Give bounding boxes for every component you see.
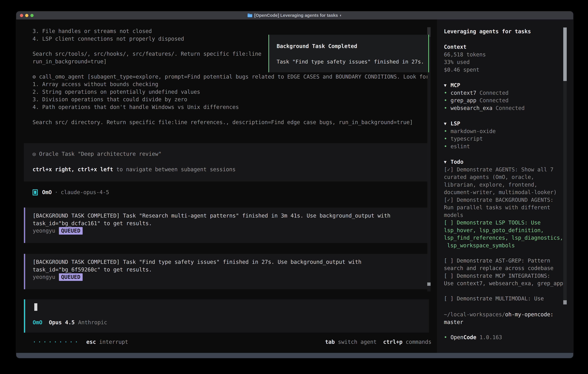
app-name: Open <box>451 334 463 341</box>
window-footer-bar <box>16 353 573 358</box>
app-version-row: • OpenCode 1.0.163 <box>444 334 567 341</box>
lsp-section: ▼ LSP • markdown-oxide • typescript • es… <box>444 120 567 150</box>
app-version-number: 1.0.163 <box>480 334 502 341</box>
todo-section-header[interactable]: ▼ Todo <box>444 158 567 166</box>
task-event-user: yeongyu <box>33 227 55 235</box>
mcp-item: • websearch_exa Connected <box>444 104 567 112</box>
mcp-item-status: Connected <box>480 89 508 97</box>
agent-name: OmO <box>42 189 52 196</box>
lsp-item-name: typescript <box>451 135 483 143</box>
agent-checkbox-icon <box>32 189 38 195</box>
context-spent: $0.46 spent <box>444 66 567 74</box>
task-event-meta-row: yeongyu QUEUED <box>33 227 83 235</box>
todo-heading: Todo <box>451 158 463 166</box>
mcp-item: • grep_app Connected <box>444 97 567 104</box>
todo-item: [ ] Demonstrate LSP TOOLS: Use lsp_hover… <box>444 219 567 249</box>
task-event-user: yeongyu <box>33 273 55 281</box>
mcp-item-name: grep_app <box>451 97 476 104</box>
status-dot-icon: • <box>444 135 451 143</box>
terminal-window: [OpenCode] Leveraging agents for tasks ◐… <box>16 11 573 358</box>
status-right: tab switch agent ctrl+p commands <box>325 338 431 346</box>
mcp-item-name: websearch_exa <box>451 104 493 112</box>
text-cursor <box>34 303 37 311</box>
sidebar-scrollbar-thumb-bottom[interactable] <box>563 300 567 304</box>
oracle-status-icon: ◎ <box>32 150 39 158</box>
task-event-message: [BACKGROUND TASK COMPLETED] Task "Resear… <box>33 212 416 227</box>
sidebar-scrollbar[interactable] <box>563 28 567 304</box>
minimize-button[interactable] <box>25 14 28 17</box>
input-model-name: Opus 4.5 <box>49 319 75 326</box>
status-badge: QUEUED <box>59 227 83 235</box>
status-dot-icon: • <box>444 334 451 341</box>
tool-call-text: call_omo_agent [subagent_type=explore, p… <box>39 73 429 81</box>
background-task-toast[interactable]: Background Task Completed Task "Find typ… <box>268 35 429 72</box>
close-button[interactable] <box>20 14 23 17</box>
separator-dot: · <box>55 189 58 196</box>
scrollback-text-block: Search src/tools/, src/hooks/, src/featu… <box>32 50 262 65</box>
todo-item: [ ] Demonstrate MCP INTEGRATIONS: Use co… <box>444 272 567 287</box>
lsp-item: • markdown-oxide <box>444 128 567 135</box>
context-tokens: 66,518 tokens <box>444 51 567 59</box>
context-section: Context 66,518 tokens 33% used $0.46 spe… <box>444 43 567 74</box>
oracle-task-box: ◎ Oracle Task "Deep architecture review"… <box>24 143 429 181</box>
sidebar: Leveraging agents for tasks Context 66,5… <box>437 20 573 353</box>
todo-section: ▼ Todo [✓] Demonstrate AGENTS: Show all … <box>444 158 567 302</box>
workspace-repo: oh-my-opencode: <box>505 311 553 318</box>
ctrlp-key-label: commands <box>406 338 431 346</box>
terminal-main: 3. File handles or streams not closed 4.… <box>16 20 437 353</box>
oracle-task-title-row: ◎ Oracle Task "Deep architecture review" <box>32 150 161 158</box>
status-bar: ········· esc interrupt tab switch agent… <box>16 338 437 346</box>
desktop-background: [OpenCode] Leveraging agents for tasks ◐… <box>0 0 588 374</box>
scrollbar-thumb[interactable] <box>427 282 430 286</box>
mcp-section: ▼ MCP • context7 Connected • grep_app Co… <box>444 82 567 112</box>
mcp-item-status: Connected <box>496 104 525 112</box>
esc-key-hint: esc <box>86 338 96 346</box>
oracle-task-title: Oracle Task "Deep architecture review" <box>39 150 161 158</box>
input-agent-name: OmO <box>33 319 42 326</box>
lsp-item-name: eslint <box>451 143 470 150</box>
todo-item: [ ] Demonstrate MULTIMODAL: Use <box>444 295 567 302</box>
background-task-event: [BACKGROUND TASK COMPLETED] Task "Find t… <box>24 254 429 289</box>
context-used: 33% used <box>444 58 567 66</box>
lsp-item: • typescript <box>444 135 567 143</box>
todo-item: [✓] Demonstrate AGENTS: Show all 7 curat… <box>444 166 567 196</box>
ctrlp-key-hint: ctrl+p <box>383 338 402 346</box>
mcp-heading: MCP <box>451 82 460 89</box>
tab-key-label: switch agent <box>338 338 377 346</box>
mcp-item: • context7 Connected <box>444 89 567 97</box>
spinner-dots-icon: ········· <box>32 338 80 346</box>
hint-text: to navigate between subagent sessions <box>113 166 236 173</box>
sidebar-scrollbar-thumb[interactable] <box>563 28 567 81</box>
mcp-item-name: context7 <box>451 89 476 97</box>
toast-title: Background Task Completed <box>277 42 357 50</box>
scrollback-text-block: 3. File handles or streams not closed 4.… <box>32 28 184 43</box>
workspace-path: ~/local-workspaces/oh-my-opencode:master <box>444 311 567 326</box>
titlebar[interactable]: [OpenCode] Leveraging agents for tasks ◐ <box>16 11 573 20</box>
tool-call-line: ⚙ call_omo_agent [subagent_type=explore,… <box>32 73 429 81</box>
toast-message: Task "Find type safety issues" finished … <box>277 58 424 66</box>
workspace-branch: master <box>444 319 463 325</box>
esc-key-label: interrupt <box>99 338 128 346</box>
lsp-item-name: markdown-oxide <box>451 128 496 135</box>
lsp-heading: LSP <box>451 120 460 128</box>
window-title-text: [OpenCode] Leveraging agents for tasks <box>254 13 338 18</box>
hint-keys: ctrl+x right, ctrl+x left <box>32 166 113 173</box>
tool-call-tail: Search src/ directory. Return specific f… <box>32 119 413 126</box>
status-dot-icon: • <box>444 89 451 97</box>
status-dot-icon: • <box>444 97 451 104</box>
folder-icon <box>247 13 252 18</box>
mcp-item-status: Connected <box>480 97 508 104</box>
window-title: [OpenCode] Leveraging agents for tasks ◐ <box>16 13 573 18</box>
prompt-input[interactable]: OmO Opus 4.5 Anthropic <box>24 299 429 333</box>
app-name-bold: Code <box>463 334 476 341</box>
session-title: Leveraging agents for tasks <box>444 28 567 35</box>
zoom-button[interactable] <box>30 14 33 17</box>
gear-icon: ⚙ <box>32 73 39 81</box>
task-event-message: [BACKGROUND TASK COMPLETED] Task "Find t… <box>33 258 416 273</box>
traffic-lights <box>20 11 33 20</box>
tool-call-prompt-list: 1. Array access without bounds checking … <box>32 81 239 111</box>
lsp-section-header[interactable]: ▼ LSP <box>444 120 567 128</box>
subagent-navigation-hint: ctrl+x right, ctrl+x left to navigate be… <box>32 166 236 173</box>
mcp-section-header[interactable]: ▼ MCP <box>444 82 567 89</box>
background-task-event: [BACKGROUND TASK COMPLETED] Task "Resear… <box>24 208 429 243</box>
